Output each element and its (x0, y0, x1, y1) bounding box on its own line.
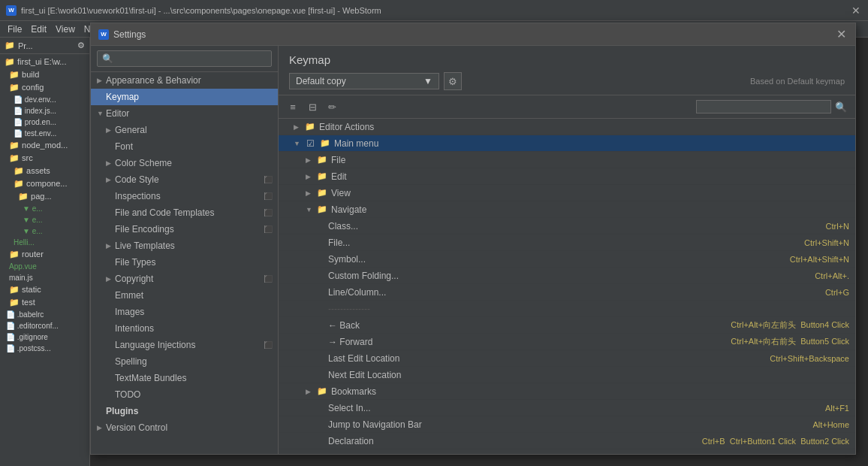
tree-font[interactable]: Font (91, 138, 278, 155)
appearance-arrow: ▶ (97, 77, 106, 84)
km-custom-folding[interactable]: Custom Folding... Ctrl+Alt+. (279, 268, 855, 284)
tree-spelling[interactable]: Spelling (91, 353, 278, 370)
km-jump-nav[interactable]: Jump to Navigation Bar Alt+Home (279, 416, 855, 433)
project-devenv[interactable]: 📄 dev.env... (3, 94, 86, 105)
project-router[interactable]: 📁 router (3, 248, 86, 261)
project-build[interactable]: 📁 build (3, 68, 86, 81)
file-nav-shortcut: Ctrl+Shift+N (804, 238, 849, 247)
tree-keymap[interactable]: Keymap (91, 89, 278, 105)
tree-color-scheme[interactable]: ▶ Color Scheme (91, 155, 278, 171)
toolbar-expand-all[interactable]: ≡ (285, 98, 301, 115)
keymap-based-label: Based on Default keymap (750, 77, 845, 86)
project-static[interactable]: 📁 static (3, 283, 86, 296)
project-postcss[interactable]: 📄 .postcss... (3, 343, 86, 354)
tree-lang-injections[interactable]: Language Injections ⬛ (91, 337, 278, 353)
tree-file-encodings[interactable]: File Encodings ⬛ (91, 221, 278, 238)
tree-copyright[interactable]: ▶ Copyright ⬛ (91, 271, 278, 287)
km-file-nav[interactable]: File... Ctrl+Shift+N (279, 235, 855, 251)
tree-images[interactable]: Images (91, 304, 278, 320)
tree-file-code-templates[interactable]: File and Code Templates ⬛ (91, 204, 278, 221)
km-class[interactable]: Class... Ctrl+N (279, 218, 855, 235)
tree-appearance[interactable]: ▶ Appearance & Behavior (91, 72, 278, 89)
project-assets[interactable]: 📁 assets (3, 165, 86, 177)
project-proden[interactable]: 📄 prod.en... (3, 116, 86, 128)
project-nodemods[interactable]: 📁 node_mod... (3, 139, 86, 152)
emmet-arrow (106, 292, 115, 299)
tree-todo[interactable]: TODO (91, 386, 278, 403)
km-select-in[interactable]: Select In... Alt+F1 (279, 400, 855, 416)
settings-search-input[interactable] (97, 50, 272, 67)
tree-plugins[interactable]: Plugins (91, 403, 278, 419)
bm-folder-icon: 📁 (316, 386, 328, 398)
symbol-shortcut: Ctrl+Alt+Shift+N (790, 255, 849, 264)
km-edit[interactable]: ▶ 📁 Edit (279, 168, 855, 185)
project-file3[interactable]: ▼ e... (3, 225, 86, 237)
km-last-edit[interactable]: Last Edit Location Ctrl+Shift+Backspace (279, 350, 855, 367)
tree-live-templates[interactable]: ▶ Live Templates (91, 238, 278, 254)
km-navigate[interactable]: ▼ 📁 Navigate (279, 201, 855, 218)
km-implementations[interactable]: Implementation(s) Ctrl+Alt+B Ctrl+Alt+Bu… (279, 449, 855, 454)
menu-file[interactable]: File (3, 24, 26, 35)
decl-shortcut: Ctrl+B Ctrl+Button1 Click Button2 Click (702, 437, 849, 446)
cf-label: Custom Folding... (328, 271, 809, 281)
project-indexjs[interactable]: 📄 index.js... (3, 105, 86, 116)
tree-code-style[interactable]: ▶ Code Style ⬛ (91, 171, 278, 188)
tree-general[interactable]: ▶ General (91, 122, 278, 138)
keymap-title: Keymap (289, 53, 845, 66)
menu-edit[interactable]: Edit (26, 24, 51, 35)
project-src[interactable]: 📁 src (3, 152, 86, 165)
km-view[interactable]: ▶ 📁 View (279, 185, 855, 201)
project-file1[interactable]: ▼ e... (3, 203, 86, 214)
menu-view[interactable]: View (51, 24, 80, 35)
ide-title-text: first_ui [E:\work01\vuework01\first-ui] … (21, 6, 850, 15)
project-gitignore[interactable]: 📄 .gitignore (3, 331, 86, 343)
keymap-search-button[interactable]: 🔍 (833, 98, 849, 115)
project-pages[interactable]: 📁 pag... (3, 190, 86, 203)
mm-folder-icon: 📁 (319, 138, 331, 150)
project-appvue[interactable]: App.vue (3, 261, 86, 272)
km-next-edit[interactable]: Next Edit Location (279, 367, 855, 383)
font-label: Font (115, 141, 272, 152)
project-gear[interactable]: ⚙ (77, 41, 85, 50)
mm-checkbox[interactable]: ☑ (304, 138, 316, 150)
project-test[interactable]: 📁 test (3, 296, 86, 309)
tree-editor[interactable]: ▼ Editor (91, 105, 278, 122)
tree-version-control[interactable]: ▶ Version Control (91, 419, 278, 436)
keymap-dropdown[interactable]: Default copy ▼ (289, 73, 439, 89)
keymap-gear-button[interactable]: ⚙ (444, 72, 462, 90)
keymap-search-input[interactable] (696, 100, 831, 113)
km-main-menu[interactable]: ▼ ☑ 📁 Main menu (279, 135, 855, 152)
project-babelrc[interactable]: 📄 .babelrc (3, 309, 86, 320)
project-config[interactable]: 📁 config (3, 81, 86, 94)
tree-textmate[interactable]: TextMate Bundles (91, 370, 278, 386)
km-bookmarks[interactable]: ▶ 📁 Bookmarks (279, 383, 855, 400)
tree-file-types[interactable]: File Types (91, 254, 278, 271)
project-testenv[interactable]: 📄 test.env... (3, 128, 86, 139)
project-editorconf[interactable]: 📄 .editorconf... (3, 320, 86, 331)
tree-emmet[interactable]: Emmet (91, 287, 278, 304)
km-line-column[interactable]: Line/Column... Ctrl+G (279, 284, 855, 301)
project-file2[interactable]: ▼ e... (3, 214, 86, 225)
km-back[interactable]: ← Back Ctrl+Alt+向左前头 Button4 Click (279, 317, 855, 334)
dialog-close-button[interactable]: ✕ (834, 28, 848, 41)
project-compons[interactable]: 📁 compone... (3, 177, 86, 190)
km-forward[interactable]: → Forward Ctrl+Alt+向右前头 Button5 Click (279, 334, 855, 350)
toolbar-edit[interactable]: ✏ (324, 98, 340, 115)
project-mainjs[interactable]: main.js (3, 272, 86, 283)
file-km-label: File (331, 155, 849, 165)
km-declaration[interactable]: Declaration Ctrl+B Ctrl+Button1 Click Bu… (279, 433, 855, 449)
km-editor-actions[interactable]: ▶ 📁 Editor Actions (279, 119, 855, 135)
tree-intentions[interactable]: Intentions (91, 320, 278, 337)
fct-indicator: ⬛ (264, 209, 272, 216)
lc-shortcut: Ctrl+G (825, 288, 849, 297)
project-root[interactable]: 📁 first_ui E:\w... (3, 56, 86, 68)
tree-inspections[interactable]: Inspections ⬛ (91, 188, 278, 204)
km-file[interactable]: ▶ 📁 File (279, 152, 855, 168)
vc-arrow: ▶ (97, 424, 106, 431)
todo-label: TODO (115, 389, 272, 400)
km-symbol[interactable]: Symbol... Ctrl+Alt+Shift+N (279, 251, 855, 268)
ide-close-button[interactable]: ✕ (850, 5, 862, 17)
project-hello[interactable]: Helli... (3, 237, 86, 248)
si-shortcut: Alt+F1 (825, 404, 849, 413)
toolbar-collapse-all[interactable]: ⊟ (304, 98, 321, 115)
